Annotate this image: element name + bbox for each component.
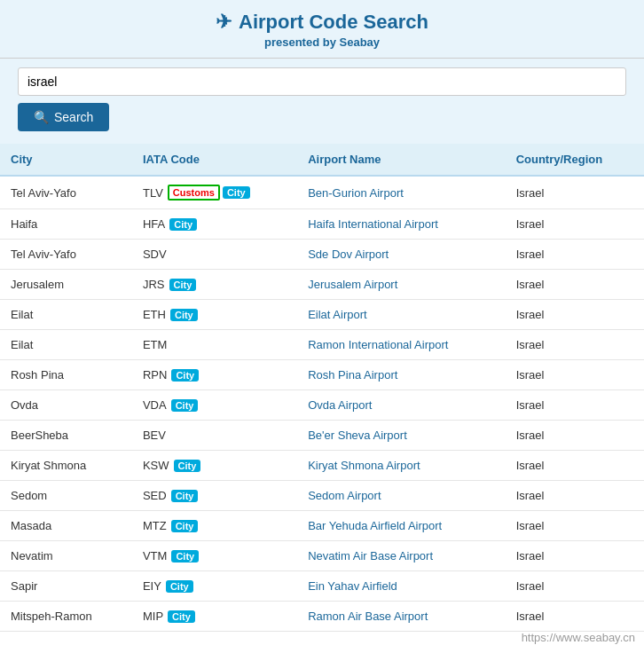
table-row: JerusalemJRSCityJerusalem AirportIsrael [0,270,644,300]
cell-country: Israel [506,390,644,421]
badge-customs: Customs [168,185,220,201]
badge-city: City [166,580,193,593]
airport-link[interactable]: Ramon Air Base Airport [308,610,428,623]
cell-airport[interactable]: Jerusalem Airport [297,270,506,300]
cell-airport[interactable]: Kiryat Shmona Airport [297,451,506,481]
cell-airport[interactable]: Eilat Airport [297,300,506,330]
cell-airport[interactable]: Ramon Air Base Airport [297,602,506,632]
cell-iata: KSWCity [132,451,297,481]
badge-city: City [171,490,199,502]
badge-city: City [223,186,250,199]
table-row: NevatimVTMCityNevatim Air Base AirportIs… [0,541,644,571]
badge-city: City [171,550,199,563]
cell-iata: MTZCity [132,511,297,541]
table-row: Tel Aviv-YafoSDVSde Dov AirportIsrael [0,240,644,270]
airport-link[interactable]: Rosh Pina Airport [308,368,397,382]
cell-airport[interactable]: Bar Yehuda Airfield Airport [297,511,506,541]
badge-city: City [168,610,195,623]
col-airport: Airport Name [297,144,506,176]
cell-country: Israel [506,330,644,360]
iata-code-text: RPN [143,368,167,382]
table-row: Tel Aviv-YafoTLVCustomsCityBen-Gurion Ai… [0,176,644,209]
cell-airport[interactable]: Ben-Gurion Airport [297,176,506,209]
cell-city: Tel Aviv-Yafo [0,240,132,270]
iata-code-text: VTM [143,549,167,563]
iata-code-text: TLV [143,186,163,200]
airport-link[interactable]: Sedom Airport [308,489,381,502]
cell-city: Eilat [0,330,132,360]
airport-link[interactable]: Ein Yahav Airfield [308,579,397,593]
cell-city: Mitspeh-Ramon [0,602,132,632]
table-row: BeerShebaBEVBe'er Sheva AirportIsrael [0,421,644,451]
cell-airport[interactable]: Ovda Airport [297,390,506,421]
cell-city: Haifa [0,209,132,240]
airport-link[interactable]: Ramon International Airport [308,338,448,351]
badge-city: City [174,460,201,472]
table-container: City IATA Code Airport Name Country/Regi… [0,144,644,632]
table-row: EilatETHCityEilat AirportIsrael [0,300,644,330]
search-input[interactable] [18,67,626,96]
cell-country: Israel [506,451,644,481]
airport-link[interactable]: Bar Yehuda Airfield Airport [308,519,442,532]
cell-city: Kiryat Shmona [0,451,132,481]
cell-country: Israel [506,270,644,300]
iata-code-text: KSW [143,459,169,472]
airport-link[interactable]: Haifa International Airport [308,217,438,231]
table-row: EilatETMRamon International AirportIsrae… [0,330,644,360]
search-button-label: Search [54,110,93,124]
cell-airport[interactable]: Nevatim Air Base Airport [297,541,506,571]
airport-link[interactable]: Kiryat Shmona Airport [308,459,420,472]
iata-code-text: SED [143,489,167,502]
results-table: City IATA Code Airport Name Country/Regi… [0,144,644,632]
page-wrapper: ✈ Airport Code Search presented by Seaba… [0,0,644,653]
plane-icon: ✈ [216,11,232,34]
cell-country: Israel [506,176,644,209]
cell-city: Masada [0,511,132,541]
cell-city: BeerSheba [0,421,132,451]
cell-country: Israel [506,240,644,270]
cell-iata: ETM [132,330,297,360]
cell-airport[interactable]: Be'er Sheva Airport [297,421,506,451]
airport-link[interactable]: Be'er Sheva Airport [308,429,407,442]
airport-link[interactable]: Sde Dov Airport [308,248,389,261]
table-row: SedomSEDCitySedom AirportIsrael [0,481,644,511]
cell-iata: BEV [132,421,297,451]
cell-country: Israel [506,209,644,240]
airport-link[interactable]: Nevatim Air Base Airport [308,549,433,563]
header-subtitle: presented by Seabay [18,35,626,49]
iata-code-text: VDA [143,398,167,412]
cell-iata: ETHCity [132,300,297,330]
table-row: HaifaHFACityHaifa International AirportI… [0,209,644,240]
iata-code-text: ETM [143,338,167,351]
cell-airport[interactable]: Haifa International Airport [297,209,506,240]
cell-iata: SEDCity [132,481,297,511]
cell-airport[interactable]: Sedom Airport [297,481,506,511]
cell-airport[interactable]: Sde Dov Airport [297,240,506,270]
airport-link[interactable]: Ovda Airport [308,398,372,412]
table-row: SapirEIYCityEin Yahav AirfieldIsrael [0,571,644,602]
cell-iata: VDACity [132,390,297,421]
airport-link[interactable]: Jerusalem Airport [308,278,397,291]
cell-airport[interactable]: Rosh Pina Airport [297,360,506,390]
header: ✈ Airport Code Search presented by Seaba… [0,0,644,59]
badge-city: City [171,520,199,532]
cell-iata: EIYCity [132,571,297,602]
cell-iata: JRSCity [132,270,297,300]
cell-country: Israel [506,541,644,571]
cell-airport[interactable]: Ramon International Airport [297,330,506,360]
title-text: Airport Code Search [239,11,428,34]
badge-city: City [171,399,199,412]
cell-city: Tel Aviv-Yafo [0,176,132,209]
col-city: City [0,144,132,176]
airport-link[interactable]: Eilat Airport [308,308,366,321]
airport-link[interactable]: Ben-Gurion Airport [308,186,404,200]
iata-code-text: ETH [143,308,166,321]
cell-airport[interactable]: Ein Yahav Airfield [297,571,506,602]
cell-iata: RPNCity [132,360,297,390]
search-button[interactable]: 🔍 Search [18,103,109,131]
cell-iata: TLVCustomsCity [132,176,297,209]
badge-city: City [169,218,197,231]
col-iata: IATA Code [132,144,297,176]
brand-name: Seabay [340,35,381,49]
cell-city: Ovda [0,390,132,421]
